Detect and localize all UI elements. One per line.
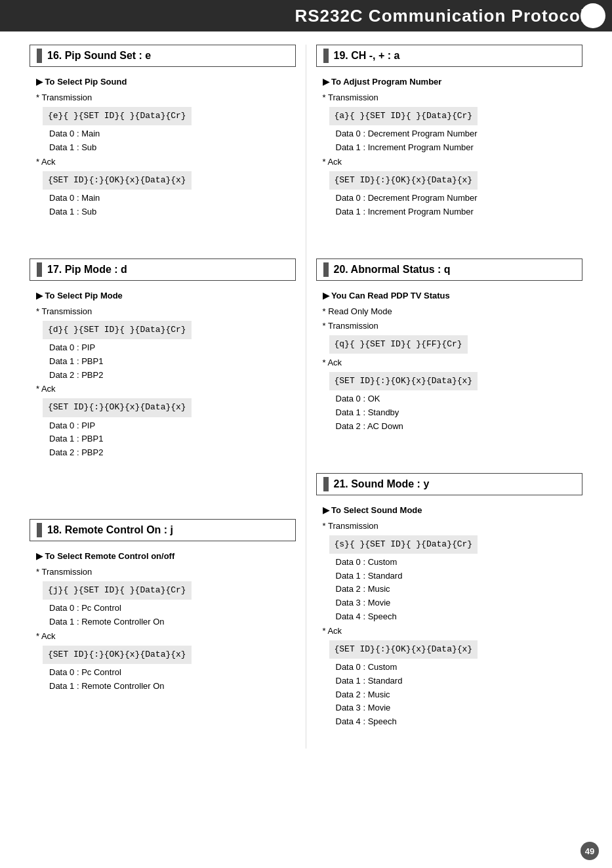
section-20-title: 20. Abnormal Status : q (334, 264, 451, 276)
section-17-ack-data-0: Data 0 : PIP (36, 419, 296, 433)
section-21-arrow-label: ▶ To Select Sound Mode (323, 503, 583, 518)
section-21-body: ▶ To Select Sound Mode * Transmission {s… (316, 503, 583, 729)
section-17-tx-data-0: Data 0 : PIP (36, 341, 296, 355)
spacer-2 (20, 480, 306, 499)
section-17-tx-data-1: Data 1 : PBP1 (36, 355, 296, 369)
section-21-ack-data-3: Data 3 : Movie (323, 701, 583, 715)
section-19-arrow-label: ▶ To Adjust Program Number (323, 75, 583, 89)
section-18-ack-data-0: Data 0 : Pc Control (36, 666, 296, 680)
section-20-transmission-code: {q}{ }{SET ID}{ }{FF}{Cr} (329, 335, 468, 354)
right-column: 19. CH -, + : a ▶ To Adjust Program Numb… (306, 45, 593, 749)
section-17-ack-data-1: Data 1 : PBP1 (36, 432, 296, 446)
section-19-title-bar: 19. CH -, + : a (316, 45, 583, 67)
section-19-ack-code: {SET ID}{:}{OK}{x}{Data}{x} (329, 171, 478, 190)
section-21-transmission-label: * Transmission (323, 519, 583, 533)
section-17-tx-data-2: Data 2 : PBP2 (36, 369, 296, 382)
section-16-body: ▶ To Select Pip Sound * Transmission {e}… (30, 75, 296, 219)
section-20-arrow-label: ▶ You Can Read PDP TV Status (323, 289, 583, 303)
section-18-transmission-label: * Transmission (36, 565, 296, 579)
section-21-title: 21. Sound Mode : y (334, 478, 430, 490)
page-title: RS232C Communication Protocol (295, 6, 586, 26)
section-19: 19. CH -, + : a ▶ To Adjust Program Numb… (306, 45, 593, 232)
section-17-accent (37, 262, 42, 277)
section-20-read-only: * Read Only Mode (323, 304, 583, 319)
section-20-accent (323, 262, 329, 277)
section-19-body: ▶ To Adjust Program Number * Transmissio… (316, 75, 583, 219)
content-area: 16. Pip Sound Set : e ▶ To Select Pip So… (0, 31, 612, 768)
section-21-transmission-code: {s}{ }{SET ID}{ }{Data}{Cr} (329, 535, 478, 554)
section-17-transmission-label: * Transmission (36, 304, 296, 319)
section-16-transmission-label: * Transmission (36, 91, 296, 105)
section-17-arrow-label: ▶ To Select Pip Mode (36, 289, 296, 303)
left-column: 16. Pip Sound Set : e ▶ To Select Pip So… (20, 45, 306, 749)
section-21-title-bar: 21. Sound Mode : y (316, 473, 583, 495)
section-20-ack-data-1: Data 1 : Standby (323, 406, 583, 420)
section-18-ack-code: {SET ID}{:}{OK}{x}{Data}{x} (43, 646, 192, 664)
section-20-ack-label: * Ack (323, 356, 583, 370)
section-16-ack-label: * Ack (36, 155, 296, 169)
section-21-accent (323, 477, 329, 491)
section-18-accent (37, 523, 42, 537)
header-circle-decoration (581, 3, 605, 28)
section-17-ack-code: {SET ID}{:}{OK}{x}{Data}{x} (43, 398, 192, 417)
section-20-transmission-label: * Transmission (323, 319, 583, 333)
section-16-tx-data-0: Data 0 : Main (36, 127, 296, 141)
section-18-ack-label: * Ack (36, 629, 296, 644)
section-18-body: ▶ To Select Remote Control on/off * Tran… (30, 549, 296, 693)
page: RS232C Communication Protocol 16. Pip So… (0, 0, 612, 868)
section-21-ack-data-2: Data 2 : Music (323, 688, 583, 702)
section-21-tx-data-4: Data 4 : Speech (323, 610, 583, 624)
section-19-tx-data-1: Data 1 : Increment Program Number (323, 141, 583, 155)
section-19-tx-data-0: Data 0 : Decrement Program Number (323, 127, 583, 141)
section-17-ack-data-2: Data 2 : PBP2 (36, 446, 296, 460)
section-16-tx-data-1: Data 1 : Sub (36, 141, 296, 155)
section-18-tx-data-1: Data 1 : Remote Controller On (36, 615, 296, 629)
section-21-tx-data-3: Data 3 : Movie (323, 596, 583, 610)
section-18-title-bar: 18. Remote Control On : j (30, 519, 296, 541)
section-19-ack-data-0: Data 0 : Decrement Program Number (323, 192, 583, 205)
section-17-title-bar: 17. Pip Mode : d (30, 258, 296, 281)
section-16-transmission-code: {e}{ }{SET ID}{ }{Data}{Cr} (43, 107, 192, 125)
section-19-title: 19. CH -, + : a (334, 50, 400, 62)
section-21-ack-data-4: Data 4 : Speech (323, 715, 583, 729)
section-19-ack-label: * Ack (323, 155, 583, 169)
section-16-accent (37, 49, 42, 63)
section-16-title: 16. Pip Sound Set : e (47, 50, 151, 62)
section-21-ack-data-1: Data 1 : Standard (323, 674, 583, 688)
section-18-tx-data-0: Data 0 : Pc Control (36, 602, 296, 615)
section-16-ack-data-1: Data 1 : Sub (36, 205, 296, 219)
section-20-ack-data-0: Data 0 : OK (323, 392, 583, 406)
section-18-arrow-label: ▶ To Select Remote Control on/off (36, 549, 296, 564)
page-header: RS232C Communication Protocol (0, 0, 612, 31)
section-20-title-bar: 20. Abnormal Status : q (316, 258, 583, 281)
section-20: 20. Abnormal Status : q ▶ You Can Read P… (306, 258, 593, 447)
section-16-title-bar: 16. Pip Sound Set : e (30, 45, 296, 67)
section-19-transmission-code: {a}{ }{SET ID}{ }{Data}{Cr} (329, 107, 478, 125)
section-17-transmission-code: {d}{ }{SET ID}{ }{Data}{Cr} (43, 321, 192, 339)
spacer-4 (306, 239, 593, 258)
section-21: 21. Sound Mode : y ▶ To Select Sound Mod… (306, 473, 593, 742)
section-19-ack-data-1: Data 1 : Increment Program Number (323, 205, 583, 219)
spacer-3 (20, 499, 306, 519)
section-21-tx-data-2: Data 2 : Music (323, 583, 583, 596)
section-21-ack-label: * Ack (323, 624, 583, 638)
section-18-title: 18. Remote Control On : j (47, 524, 173, 536)
section-16-arrow-label: ▶ To Select Pip Sound (36, 75, 296, 89)
section-17-ack-label: * Ack (36, 382, 296, 396)
section-19-transmission-label: * Transmission (323, 91, 583, 105)
section-18-ack-data-1: Data 1 : Remote Controller On (36, 680, 296, 693)
section-17: 17. Pip Mode : d ▶ To Select Pip Mode * … (20, 258, 306, 473)
section-18-transmission-code: {j}{ }{SET ID}{ }{Data}{Cr} (43, 581, 192, 600)
section-17-title: 17. Pip Mode : d (47, 264, 127, 276)
page-number: 49 (581, 842, 599, 860)
section-16-ack-data-0: Data 0 : Main (36, 192, 296, 205)
section-21-tx-data-1: Data 1 : Standard (323, 569, 583, 583)
section-21-ack-data-0: Data 0 : Custom (323, 661, 583, 674)
section-20-ack-data-2: Data 2 : AC Down (323, 420, 583, 434)
section-19-accent (323, 49, 329, 63)
section-17-body: ▶ To Select Pip Mode * Transmission {d}{… (30, 289, 296, 460)
section-16-ack-code: {SET ID}{:}{OK}{x}{Data}{x} (43, 171, 192, 190)
spacer-5 (306, 453, 593, 473)
section-16: 16. Pip Sound Set : e ▶ To Select Pip So… (20, 45, 306, 232)
spacer-1 (20, 239, 306, 258)
